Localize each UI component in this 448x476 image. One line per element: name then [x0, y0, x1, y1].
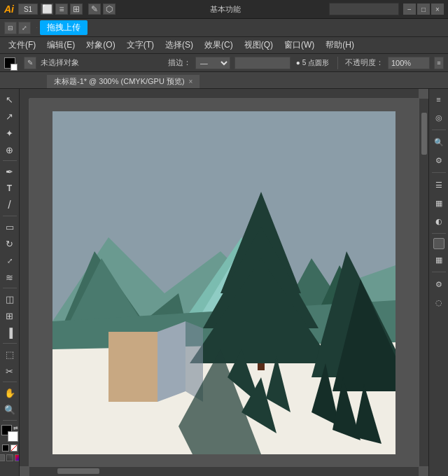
maximize-button[interactable]: □ — [417, 4, 430, 15]
menu-object[interactable]: 对象(O) — [80, 38, 120, 52]
stroke-panel-btn[interactable]: ⚙ — [431, 276, 447, 292]
document-tab[interactable]: 未标题-1* @ 300% (CMYK/GPU 预览) × — [46, 74, 200, 88]
magic-wand-tool[interactable]: ✦ — [2, 125, 18, 141]
direct-select-tool[interactable]: ↗ — [2, 108, 18, 124]
options-bar: ✎ 未选择对象 描边： — ● 5 点圆形 不透明度： ≡ — [0, 54, 448, 72]
separator-1 — [36, 27, 37, 28]
mode-buttons — [0, 454, 20, 461]
column-graph-tool[interactable]: ▐ — [2, 325, 18, 340]
tab-label: 未标题-1* @ 300% (CMYK/GPU 预览) — [54, 76, 185, 87]
tool-btns: ✎ ⬡ — [88, 4, 115, 15]
free-transform-tool[interactable]: ◫ — [2, 291, 18, 307]
libraries-btn[interactable]: ◎ — [431, 110, 447, 125]
horizontal-scroll-thumb[interactable] — [57, 468, 99, 474]
stroke-mode[interactable] — [6, 454, 13, 461]
right-panel-sep-4 — [432, 272, 446, 272]
minimize-button[interactable]: − — [403, 4, 416, 15]
menu-help[interactable]: 帮助(H) — [320, 38, 360, 52]
menu-text[interactable]: 文字(T) — [121, 38, 160, 52]
fill-mode[interactable] — [0, 454, 5, 461]
point-shape-label: ● 5 点圆形 — [296, 58, 329, 68]
toolbar-sep-1 — [3, 160, 17, 161]
options-expand-btn[interactable]: ≡ — [434, 57, 444, 69]
view-btn-3[interactable]: ⊞ — [70, 4, 83, 15]
shape-icon[interactable]: ⬡ — [103, 4, 115, 15]
menu-select[interactable]: 选择(S) — [160, 38, 199, 52]
scale-tool[interactable]: ⤢ — [2, 253, 18, 268]
stroke-select[interactable]: — — [195, 57, 230, 69]
main-area: ↖ ↗ ✦ ⊕ ✒ T / ▭ ↻ ⤢ ≋ ◫ ⊞ ▐ ⬚ ✂ ✋ 🔍 ⇄ — [0, 89, 448, 476]
type-tool[interactable]: T — [2, 181, 18, 196]
vertical-ruler — [20, 99, 29, 466]
properties-btn[interactable]: ≡ — [431, 92, 447, 107]
swap-icon[interactable]: ⤢ — [18, 22, 31, 34]
horizontal-scrollbar[interactable] — [29, 466, 419, 476]
svg-marker-23 — [158, 321, 186, 402]
title-bar: Ai S1 ⬜ ≡ ⊞ ✎ ⬡ 基本功能 − □ × — [0, 0, 448, 19]
slice-tool[interactable]: ✂ — [2, 363, 18, 379]
view-btn-1[interactable]: ⬜ — [41, 4, 53, 15]
tab-close-btn[interactable]: × — [189, 78, 193, 85]
close-button[interactable]: × — [431, 4, 444, 15]
settings-btn[interactable]: ⚙ — [431, 153, 447, 168]
swatches-btn[interactable]: ▦ — [431, 252, 447, 267]
pencil-icon[interactable]: ✎ — [88, 4, 101, 15]
background-color[interactable] — [8, 431, 18, 442]
menu-file[interactable]: 文件(F) — [3, 38, 41, 52]
brush-preset-icon[interactable]: ✎ — [24, 57, 36, 69]
scene-illustration — [52, 111, 396, 454]
artboard[interactable] — [52, 111, 396, 454]
horizontal-ruler — [29, 89, 419, 99]
rectangle-tool[interactable]: ▭ — [2, 219, 18, 234]
secondary-toolbar: ⊟ ⤢ 拖拽上传 — [0, 19, 448, 37]
line-tool[interactable]: / — [2, 197, 18, 213]
menu-view[interactable]: 视图(Q) — [239, 38, 279, 52]
warp-tool[interactable]: ≋ — [2, 270, 18, 285]
view-mode-buttons: ⬜ ≡ ⊞ — [41, 4, 83, 15]
no-selection-label: 未选择对象 — [41, 57, 79, 68]
menu-edit[interactable]: 编辑(E) — [41, 38, 80, 52]
black-swatch[interactable] — [2, 444, 9, 451]
align-btn[interactable]: ☰ — [431, 177, 447, 192]
window-controls: − □ × — [403, 4, 444, 15]
view-btn-2[interactable]: ≡ — [55, 4, 68, 15]
zoom-tool[interactable]: 🔍 — [2, 402, 18, 417]
ruler-corner — [20, 89, 29, 99]
swap-colors-icon[interactable]: ⇄ — [13, 425, 18, 431]
toolbar-sep-3 — [3, 288, 17, 288]
separator-opt — [337, 57, 338, 69]
appearance-btn[interactable]: ◐ — [431, 214, 447, 229]
none-swatch[interactable] — [10, 444, 18, 451]
hand-tool[interactable]: ✋ — [2, 385, 18, 400]
stroke-color-swatch[interactable] — [10, 64, 18, 71]
color-swatches: ⇄ — [1, 425, 18, 442]
color-btn[interactable] — [433, 238, 444, 249]
fill-color-swatch[interactable] — [4, 57, 15, 69]
pen-tool[interactable]: ✒ — [2, 164, 18, 179]
select-tool[interactable]: ↖ — [2, 92, 18, 107]
tab-bar: 未标题-1* @ 300% (CMYK/GPU 预览) × — [0, 72, 448, 89]
artboard-tool[interactable]: ⬚ — [2, 346, 18, 362]
symbol-sprayer-tool[interactable]: ⊞ — [2, 308, 18, 323]
stroke-preview — [234, 57, 290, 69]
opacity-input[interactable] — [388, 57, 430, 69]
ai-logo: Ai — [4, 4, 14, 15]
menu-effect[interactable]: 效果(C) — [199, 38, 239, 52]
search-btn[interactable]: 🔍 — [431, 134, 447, 150]
vertical-scroll-thumb[interactable] — [421, 113, 427, 155]
rotate-tool[interactable]: ↻ — [2, 236, 18, 251]
arrange-icon[interactable]: ⊟ — [4, 22, 17, 34]
opacity-label: 不透明度： — [345, 57, 384, 68]
right-panel: ≡ ◎ 🔍 ⚙ ☰ ▦ ◐ ▦ ⚙ ◌ — [428, 89, 448, 476]
upload-button[interactable]: 拖拽上传 — [40, 20, 88, 35]
gradient-mode[interactable] — [15, 454, 20, 461]
search-input[interactable] — [329, 3, 399, 15]
toolbar-sep-6 — [3, 420, 17, 421]
vertical-scrollbar[interactable] — [419, 99, 428, 466]
lasso-tool[interactable]: ⊕ — [2, 142, 18, 158]
right-panel-sep-1 — [432, 130, 446, 130]
app-title: 基本功能 — [121, 4, 329, 15]
transform-btn[interactable]: ▦ — [431, 195, 447, 211]
gradient-btn[interactable]: ◌ — [431, 295, 447, 310]
menu-window[interactable]: 窗口(W) — [279, 38, 320, 52]
